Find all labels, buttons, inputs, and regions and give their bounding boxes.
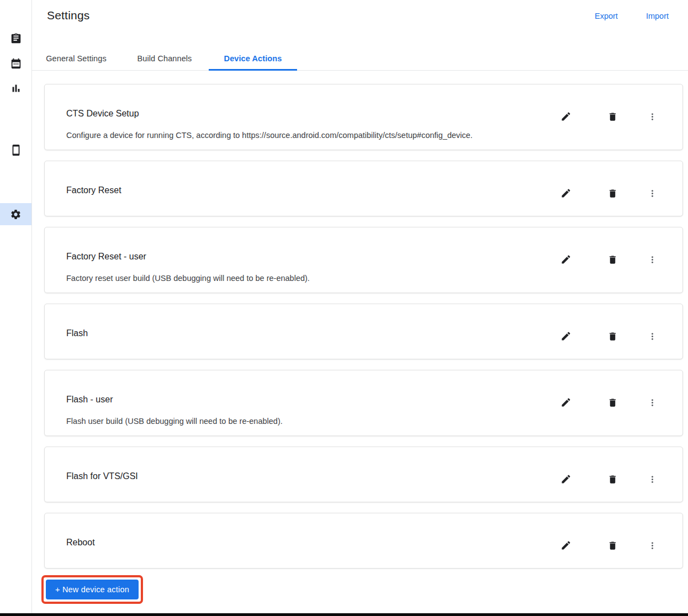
device-action-card: Flash: [44, 304, 683, 359]
sidebar-item-tests[interactable]: [0, 28, 31, 50]
card-actions: [555, 182, 663, 204]
new-device-action-button[interactable]: + New device action: [46, 580, 139, 599]
calendar-icon: [10, 57, 22, 70]
page-title: Settings: [47, 9, 89, 22]
delete-button[interactable]: [601, 105, 623, 128]
gear-icon: [10, 209, 22, 220]
edit-button[interactable]: [555, 182, 577, 204]
edit-button[interactable]: [555, 325, 577, 347]
more-vert-icon: [647, 540, 658, 551]
card-actions: [555, 468, 663, 490]
sidebar-item-settings[interactable]: [0, 203, 31, 225]
card-actions: [555, 534, 663, 556]
trash-icon: [607, 474, 618, 485]
delete-button[interactable]: [601, 534, 623, 556]
device-action-card: CTS Device Setup Configure a device for …: [44, 84, 683, 150]
window-bottom-edge: [0, 613, 688, 616]
more-options-button[interactable]: [641, 248, 663, 270]
more-options-button[interactable]: [641, 182, 663, 204]
more-vert-icon: [647, 254, 658, 265]
trash-icon: [607, 331, 618, 342]
device-action-card: Flash - user Flash user build (USB debug…: [44, 370, 683, 436]
device-action-card: Factory Reset - user Factory reset user …: [44, 227, 683, 293]
sidebar-item-devices[interactable]: [0, 139, 31, 161]
trash-icon: [607, 111, 618, 122]
device-action-card: Reboot: [44, 513, 683, 569]
edit-button[interactable]: [555, 534, 577, 556]
sidebar-nav: [0, 0, 32, 616]
device-action-name: Flash - user: [66, 394, 539, 405]
tab-general-settings[interactable]: General Settings: [32, 47, 120, 70]
sidebar-item-test-plans[interactable]: [0, 52, 31, 75]
annotation-highlight-box: + New device action: [41, 575, 143, 604]
clipboard-icon: [10, 33, 22, 45]
more-vert-icon: [647, 474, 658, 485]
more-options-button[interactable]: [641, 534, 663, 556]
delete-button[interactable]: [601, 325, 623, 347]
delete-button[interactable]: [601, 468, 623, 490]
device-action-name: CTS Device Setup: [66, 108, 539, 119]
more-options-button[interactable]: [641, 325, 663, 347]
device-action-card: Factory Reset: [44, 161, 683, 216]
header-actions: Export Import: [595, 12, 669, 20]
device-action-name: Factory Reset - user: [66, 251, 539, 262]
pencil-icon: [560, 254, 571, 265]
card-actions: [555, 391, 663, 413]
pencil-icon: [560, 397, 571, 408]
more-options-button[interactable]: [641, 468, 663, 490]
device-action-name: Reboot: [66, 537, 539, 548]
device-action-name: Flash for VTS/GSI: [66, 470, 539, 482]
import-button[interactable]: Import: [646, 12, 669, 20]
trash-icon: [607, 188, 618, 199]
delete-button[interactable]: [601, 182, 623, 204]
more-vert-icon: [647, 188, 658, 199]
device-action-name: Flash: [66, 327, 539, 339]
more-vert-icon: [647, 397, 658, 408]
pencil-icon: [560, 111, 571, 122]
more-vert-icon: [647, 331, 658, 342]
edit-button[interactable]: [555, 105, 577, 128]
edit-button[interactable]: [555, 391, 577, 413]
sidebar-item-test-results[interactable]: [0, 77, 31, 99]
delete-button[interactable]: [601, 391, 623, 413]
smartphone-icon: [10, 144, 22, 156]
pencil-icon: [560, 474, 571, 485]
card-actions: [555, 105, 663, 128]
more-options-button[interactable]: [641, 391, 663, 413]
bar-chart-icon: [10, 82, 22, 94]
pencil-icon: [560, 540, 571, 551]
device-action-description: Configure a device for running CTS, acco…: [66, 130, 539, 141]
trash-icon: [607, 540, 618, 551]
pencil-icon: [560, 188, 571, 199]
more-options-button[interactable]: [641, 105, 663, 128]
tab-device-actions[interactable]: Device Actions: [209, 47, 297, 70]
pencil-icon: [560, 331, 571, 342]
more-vert-icon: [647, 111, 658, 122]
device-action-card: Flash for VTS/GSI: [44, 447, 683, 502]
card-actions: [555, 325, 663, 347]
delete-button[interactable]: [601, 248, 623, 270]
export-button[interactable]: Export: [595, 12, 618, 20]
tab-build-channels[interactable]: Build Channels: [120, 47, 209, 70]
device-action-list: CTS Device Setup Configure a device for …: [44, 84, 683, 569]
device-action-description: Flash user build (USB debugging will nee…: [66, 416, 539, 427]
edit-button[interactable]: [555, 468, 577, 490]
card-actions: [555, 248, 663, 270]
device-action-description: Factory reset user build (USB debugging …: [66, 273, 539, 284]
device-action-name: Factory Reset: [66, 184, 539, 196]
trash-icon: [607, 254, 618, 265]
settings-tabs: General Settings Build Channels Device A…: [32, 47, 688, 71]
trash-icon: [607, 397, 618, 408]
edit-button[interactable]: [555, 248, 577, 270]
